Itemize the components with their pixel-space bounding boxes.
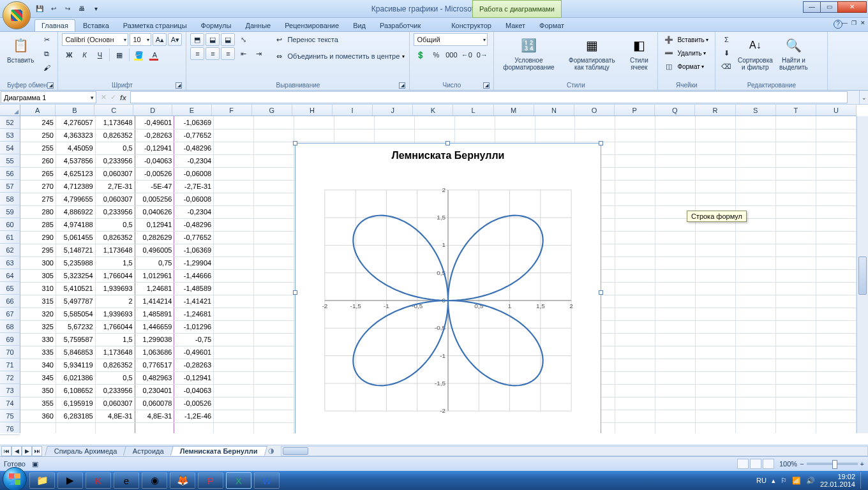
- cell[interactable]: 1,012961: [135, 269, 174, 282]
- row-header[interactable]: 62: [0, 244, 20, 256]
- row-header[interactable]: 76: [0, 422, 20, 435]
- cell[interactable]: [816, 167, 857, 180]
- cell[interactable]: 0,233956: [95, 154, 135, 167]
- cell[interactable]: [95, 422, 135, 433]
- cell[interactable]: -0,49601: [174, 346, 214, 359]
- cell[interactable]: [816, 256, 857, 269]
- zoom-slider[interactable]: [807, 463, 858, 465]
- cell[interactable]: [254, 410, 294, 422]
- column-header[interactable]: E: [172, 105, 211, 115]
- cell[interactable]: 0,060078: [135, 397, 174, 410]
- cell[interactable]: [254, 129, 294, 142]
- cancel-formula-icon[interactable]: ✕: [101, 93, 107, 101]
- cell[interactable]: [816, 320, 857, 333]
- cell[interactable]: 4,276057: [56, 116, 95, 129]
- cell[interactable]: [214, 384, 254, 397]
- row-header[interactable]: 67: [0, 308, 20, 320]
- cell[interactable]: 1,766044: [95, 320, 135, 333]
- cell[interactable]: 0,482963: [135, 371, 174, 384]
- cell[interactable]: [214, 397, 254, 410]
- cell[interactable]: 1,173648: [95, 116, 135, 129]
- cell[interactable]: [696, 282, 736, 295]
- font-name-combo[interactable]: Calibri (Основн: [62, 33, 128, 46]
- column-header[interactable]: M: [494, 105, 534, 115]
- cell[interactable]: 6,195919: [56, 397, 95, 410]
- cell[interactable]: [254, 320, 294, 333]
- cell[interactable]: 0,826352: [95, 129, 135, 142]
- task-ie[interactable]: e: [114, 472, 139, 489]
- fill-icon[interactable]: ⬇: [719, 47, 733, 59]
- cell[interactable]: -1,06369: [174, 244, 214, 256]
- column-header[interactable]: A: [20, 105, 56, 115]
- resize-handle[interactable]: [293, 290, 297, 295]
- cell[interactable]: 1,939693: [95, 308, 135, 320]
- cell[interactable]: -1,41421: [174, 295, 214, 308]
- row-header[interactable]: 69: [0, 333, 20, 346]
- cell[interactable]: [816, 371, 857, 384]
- cell[interactable]: [374, 129, 414, 142]
- cell[interactable]: 0,040626: [135, 205, 174, 218]
- cell[interactable]: -0,77652: [174, 231, 214, 244]
- cell[interactable]: 335: [20, 346, 56, 359]
- cell[interactable]: [294, 129, 334, 142]
- indent-increase-icon[interactable]: ⇥: [251, 47, 266, 60]
- column-header[interactable]: S: [736, 105, 776, 115]
- cell[interactable]: 0,060307: [95, 397, 135, 410]
- cell[interactable]: 320: [20, 308, 56, 320]
- cell[interactable]: 5,67232: [56, 320, 95, 333]
- row-header[interactable]: 68: [0, 320, 20, 333]
- cell[interactable]: 280: [20, 205, 56, 218]
- cell[interactable]: [214, 116, 254, 129]
- row-header[interactable]: 65: [0, 282, 20, 295]
- cell[interactable]: [736, 410, 776, 422]
- cell[interactable]: [615, 282, 655, 295]
- cell[interactable]: 1,24681: [135, 282, 174, 295]
- cell[interactable]: [454, 116, 495, 129]
- cell[interactable]: 0,005256: [135, 193, 174, 205]
- show-desktop-button[interactable]: [860, 472, 865, 489]
- mdi-minimize[interactable]: —: [842, 20, 848, 26]
- cell[interactable]: [615, 231, 655, 244]
- cell[interactable]: 265: [20, 167, 56, 180]
- paste-button[interactable]: 📋 Вставить: [4, 33, 37, 66]
- tab-formulas[interactable]: Формулы: [195, 20, 238, 31]
- cell[interactable]: [214, 180, 254, 193]
- view-page-break-icon[interactable]: [763, 459, 774, 469]
- cell[interactable]: -0,49601: [135, 116, 174, 129]
- cell[interactable]: [254, 244, 294, 256]
- cell[interactable]: [776, 346, 816, 359]
- comma-icon[interactable]: 000: [444, 48, 458, 61]
- cell[interactable]: [816, 116, 857, 129]
- resize-handle[interactable]: [599, 290, 603, 295]
- cell[interactable]: [736, 116, 776, 129]
- cell[interactable]: [615, 142, 655, 154]
- cell[interactable]: [736, 359, 776, 371]
- cell[interactable]: 1,939693: [95, 282, 135, 295]
- cell[interactable]: [615, 371, 655, 384]
- cell[interactable]: 0,060307: [95, 167, 135, 180]
- cell[interactable]: -1,48589: [174, 282, 214, 295]
- increase-decimal-icon[interactable]: 0→: [475, 48, 489, 61]
- cell[interactable]: [254, 269, 294, 282]
- cell[interactable]: -0,00526: [135, 167, 174, 180]
- cell[interactable]: [254, 346, 294, 359]
- cell[interactable]: [615, 295, 655, 308]
- cell[interactable]: 4,363323: [56, 129, 95, 142]
- cell[interactable]: [615, 129, 655, 142]
- cell[interactable]: [214, 282, 254, 295]
- cell[interactable]: [254, 218, 294, 231]
- cell[interactable]: [655, 371, 696, 384]
- cell[interactable]: [776, 308, 816, 320]
- save-icon[interactable]: 💾: [34, 4, 45, 14]
- cell[interactable]: [655, 320, 696, 333]
- sheet-nav-prev[interactable]: ◀: [11, 446, 22, 456]
- cell[interactable]: [254, 142, 294, 154]
- cell[interactable]: [495, 129, 535, 142]
- grow-font-icon[interactable]: A▴: [153, 33, 167, 46]
- cell[interactable]: 350: [20, 384, 56, 397]
- cell[interactable]: 5,410521: [56, 282, 95, 295]
- cell[interactable]: [254, 167, 294, 180]
- cell[interactable]: [254, 359, 294, 371]
- cell[interactable]: [776, 154, 816, 167]
- cell[interactable]: -5E-47: [135, 180, 174, 193]
